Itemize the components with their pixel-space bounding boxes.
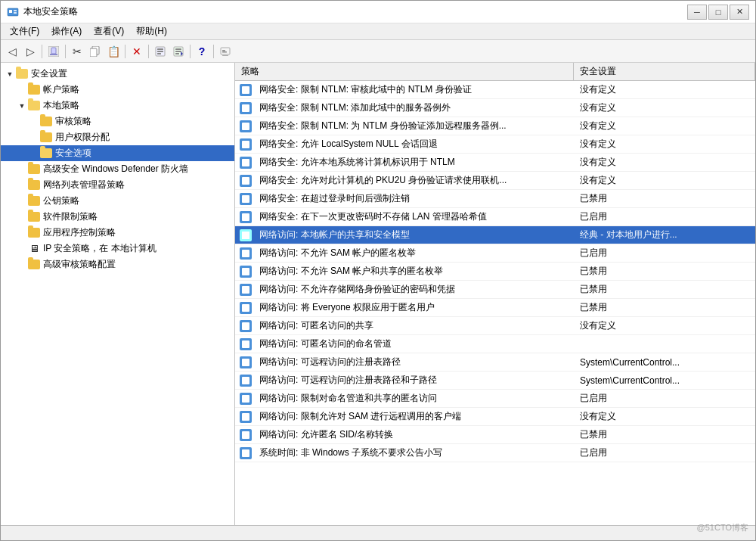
tree-item-root[interactable]: ▼ 安全设置	[1, 66, 234, 82]
row-policy-text: 网络安全: 允许本地系统将计算机标识用于 NTLM	[256, 154, 574, 170]
list-row[interactable]: 网络访问: 不允许存储网络身份验证的密码和凭据 已禁用	[235, 281, 755, 299]
row-policy-icon	[238, 337, 253, 352]
minimize-button[interactable]: ─	[687, 5, 707, 20]
tree-label-applocker: 应用程序控制策略	[43, 226, 116, 239]
list-row[interactable]: 网络安全: 允许本地系统将计算机标识用于 NTLM 没有定义	[235, 154, 755, 172]
tree-label-root: 安全设置	[31, 67, 67, 80]
title-bar: 本地安全策略 ─ □ ✕	[1, 1, 755, 23]
toolbar-sep-6	[213, 45, 214, 58]
tree-expand-applocker	[16, 227, 28, 239]
up-button[interactable]	[45, 43, 62, 60]
tree-icon-ipsec: 🖥	[28, 243, 40, 255]
forward-button[interactable]: ▷	[22, 43, 39, 60]
tree-expand-userrights	[28, 132, 40, 144]
row-policy-text: 网络访问: 不允许 SAM 帐户和共享的匿名枚举	[256, 263, 574, 279]
toolbar-sep-1	[42, 45, 42, 58]
row-policy-text: 网络访问: 不允许 SAM 帐户的匿名枚举	[256, 245, 574, 261]
col-header-setting[interactable]: 安全设置	[574, 63, 755, 80]
list-row[interactable]: 网络安全: 允许对此计算机的 PKU2U 身份验证请求使用联机... 没有定义	[235, 172, 755, 190]
tree-icon-account	[28, 84, 40, 96]
list-row[interactable]: 网络安全: 允许 LocalSystem NULL 会话回退 没有定义	[235, 135, 755, 154]
tree-item-applocker[interactable]: 应用程序控制策略	[1, 225, 234, 241]
menu-view[interactable]: 查看(V)	[88, 23, 130, 39]
paste-button[interactable]: 📋	[105, 43, 122, 60]
close-button[interactable]: ✕	[730, 5, 749, 20]
menu-action[interactable]: 操作(A)	[45, 23, 88, 39]
tree-item-advaudit[interactable]: 高级审核策略配置	[1, 257, 234, 272]
console-button[interactable]	[217, 43, 234, 60]
tree-item-secopts[interactable]: 安全选项	[1, 145, 234, 161]
svg-rect-12	[157, 53, 161, 54]
list-row[interactable]: 网络访问: 可匿名访问的命名管道	[235, 335, 755, 353]
list-row[interactable]: 网络安全: 在超过登录时间后强制注销 已禁用	[235, 190, 755, 208]
list-row[interactable]: 网络安全: 限制 NTLM: 审核此域中的 NTLM 身份验证 没有定义	[235, 81, 755, 99]
export-button[interactable]	[170, 43, 187, 60]
row-setting-text: 已启用	[574, 445, 755, 461]
row-setting-text: 已禁用	[574, 263, 755, 279]
row-setting-text: 没有定义	[574, 82, 755, 98]
tree-item-local[interactable]: ▼ 本地策略	[1, 98, 234, 113]
list-row[interactable]: 网络安全: 限制 NTLM: 添加此域中的服务器例外 没有定义	[235, 99, 755, 117]
list-row[interactable]: 网络访问: 允许匿名 SID/名称转换 已禁用	[235, 426, 755, 444]
row-policy-icon	[238, 228, 253, 243]
list-row[interactable]: 网络访问: 可匿名访问的共享 没有定义	[235, 317, 755, 335]
list-row[interactable]: 网络访问: 限制对命名管道和共享的匿名访问 已启用	[235, 390, 755, 408]
list-header: 策略 安全设置	[235, 63, 755, 81]
maximize-button[interactable]: □	[708, 5, 728, 20]
tree-item-swrestrict[interactable]: 软件限制策略	[1, 209, 234, 225]
tree-item-pubkey[interactable]: 公钥策略	[1, 193, 234, 209]
row-policy-text: 网络安全: 允许 LocalSystem NULL 会话回退	[256, 136, 574, 152]
row-setting-text: 没有定义	[574, 409, 755, 424]
tree-item-ipsec[interactable]: 🖥 IP 安全策略，在 本地计算机	[1, 241, 234, 257]
list-row[interactable]: 网络安全: 在下一次更改密码时不存储 LAN 管理器哈希值 已启用	[235, 208, 755, 226]
row-policy-icon	[238, 246, 253, 261]
tree-item-account[interactable]: 帐户策略	[1, 82, 234, 98]
tree-item-userrights[interactable]: 用户权限分配	[1, 129, 234, 145]
row-policy-text: 网络访问: 本地帐户的共享和安全模型	[256, 227, 574, 243]
tree-icon-audit	[40, 116, 52, 128]
copy-button[interactable]	[87, 43, 104, 60]
tree-item-netlist[interactable]: 网络列表管理器策略	[1, 177, 234, 193]
row-policy-text: 网络安全: 限制 NTLM: 添加此域中的服务器例外	[256, 100, 574, 116]
list-row[interactable]: 网络访问: 不允许 SAM 帐户的匿名枚举 已启用	[235, 244, 755, 263]
col-header-policy[interactable]: 策略	[235, 63, 574, 80]
back-button[interactable]: ◁	[4, 43, 20, 60]
window-title: 本地安全策略	[23, 5, 687, 18]
tree-item-audit[interactable]: 审核策略	[1, 113, 234, 129]
row-policy-text: 网络安全: 在超过登录时间后强制注销	[256, 191, 574, 207]
tree-expand-audit	[28, 116, 40, 128]
tree-label-firewall: 高级安全 Windows Defender 防火墙	[43, 163, 188, 176]
row-policy-icon	[238, 446, 253, 461]
toolbar-sep-2	[65, 45, 66, 58]
menu-help[interactable]: 帮助(H)	[130, 23, 173, 39]
main-window: 本地安全策略 ─ □ ✕ 文件(F) 操作(A) 查看(V) 帮助(H) ◁ ▷…	[0, 0, 756, 541]
row-policy-icon	[238, 373, 253, 388]
cut-button[interactable]: ✂	[69, 43, 85, 60]
content-area: ▼ 安全设置 帐户策略 ▼ 本地策略 审核策略 用户权限分配 安全选项 高级安全…	[1, 63, 755, 525]
list-row[interactable]: 网络安全: 限制 NTLM: 为 NTLM 身份验证添加远程服务器例... 没有…	[235, 117, 755, 135]
tree-expand-root[interactable]: ▼	[4, 68, 16, 80]
row-policy-icon	[238, 82, 253, 98]
svg-rect-14	[175, 48, 181, 50]
row-policy-icon	[238, 173, 253, 188]
list-row[interactable]: 网络访问: 可远程访问的注册表路径 System\CurrentControl.…	[235, 353, 755, 372]
row-policy-icon	[238, 300, 253, 316]
help-button[interactable]: ?	[194, 43, 210, 60]
list-row[interactable]: 网络访问: 限制允许对 SAM 进行远程调用的客户端 没有定义	[235, 408, 755, 426]
delete-button[interactable]: ✕	[129, 43, 145, 60]
row-policy-text: 网络访问: 可远程访问的注册表路径	[256, 354, 574, 370]
tree-label-advaudit: 高级审核策略配置	[43, 258, 116, 271]
properties-button[interactable]	[152, 43, 169, 60]
tree-item-firewall[interactable]: 高级安全 Windows Defender 防火墙	[1, 161, 234, 177]
list-row[interactable]: 系统时间: 非 Windows 子系统不要求公告小写 已启用	[235, 444, 755, 462]
menu-file[interactable]: 文件(F)	[4, 23, 45, 39]
row-policy-icon	[238, 428, 253, 443]
list-row[interactable]: 网络访问: 本地帐户的共享和安全模型 经典 - 对本地用户进行...	[235, 226, 755, 244]
list-row[interactable]: 网络访问: 将 Everyone 权限应用于匿名用户 已禁用	[235, 299, 755, 317]
row-setting-text: 已启用	[574, 245, 755, 261]
list-row[interactable]: 网络访问: 不允许 SAM 帐户和共享的匿名枚举 已禁用	[235, 263, 755, 281]
tree-panel: ▼ 安全设置 帐户策略 ▼ 本地策略 审核策略 用户权限分配 安全选项 高级安全…	[1, 63, 235, 525]
row-policy-icon	[238, 319, 253, 334]
list-row[interactable]: 网络访问: 可远程访问的注册表路径和子路径 System\CurrentCont…	[235, 372, 755, 390]
tree-expand-local[interactable]: ▼	[16, 100, 28, 112]
